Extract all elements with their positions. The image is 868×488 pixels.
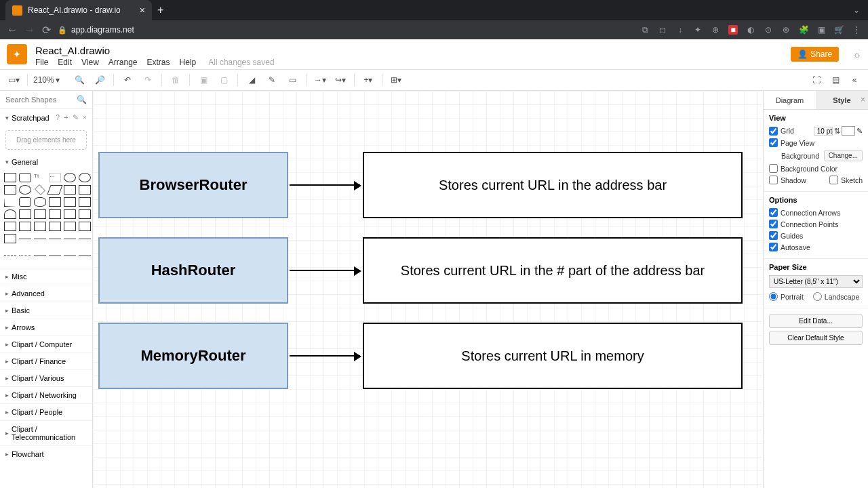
shape-conn[interactable] <box>49 256 61 265</box>
search-shapes[interactable]: 🔍 <box>0 91 92 109</box>
grid-size-input[interactable] <box>814 127 833 136</box>
fullscreen-icon[interactable]: ⛶ <box>808 72 825 88</box>
shape-or[interactable] <box>64 209 76 219</box>
shape-triangle[interactable] <box>4 197 16 207</box>
scratchpad-header[interactable]: ▾ Scratchpad ?+✎× <box>0 109 92 126</box>
shape-and[interactable] <box>79 209 91 219</box>
shape-actor2[interactable] <box>49 222 61 231</box>
cat-arrows[interactable]: ▸Arrows <box>0 319 92 336</box>
cat-clipart-telecom[interactable]: ▸Clipart / Telecommunication <box>0 420 92 445</box>
shape-parallelogram[interactable] <box>47 185 62 195</box>
portrait-radio[interactable] <box>769 292 778 301</box>
shape-square[interactable] <box>4 185 16 195</box>
waypoints-icon[interactable]: ↪▾ <box>332 72 349 88</box>
help-icon[interactable]: ? <box>56 113 60 122</box>
cat-basic[interactable]: ▸Basic <box>0 302 92 319</box>
menu-help[interactable]: Help <box>180 58 197 67</box>
edge-1[interactable] <box>290 184 360 186</box>
line-color-icon[interactable]: ✎ <box>264 72 280 88</box>
menu-file[interactable]: File <box>35 58 48 67</box>
conn-arrows-checkbox[interactable] <box>769 208 778 217</box>
shape-arrow[interactable] <box>34 239 46 248</box>
general-shapes-header[interactable]: ▾ General <box>0 154 92 170</box>
search-input[interactable] <box>5 96 77 104</box>
shape-curve[interactable] <box>49 239 61 248</box>
shape-text[interactable]: Tt <box>34 173 46 182</box>
edit-data-button[interactable]: Edit Data... <box>769 314 863 328</box>
cat-flowchart[interactable]: ▸Flowchart <box>0 445 92 462</box>
shape-line[interactable] <box>19 239 31 248</box>
cat-misc[interactable]: ▸Misc <box>0 268 92 285</box>
shadow-checkbox[interactable] <box>769 176 778 184</box>
connection-icon[interactable]: →▾ <box>312 72 328 88</box>
ext-icon[interactable]: 🛒 <box>834 25 844 35</box>
shape-cylinder[interactable] <box>19 197 31 207</box>
cat-clipart-computer[interactable]: ▸Clipart / Computer <box>0 336 92 352</box>
sidebar-toggle-icon[interactable]: ▭▾ <box>5 72 22 88</box>
shape-conn3[interactable] <box>79 256 91 265</box>
ext-icon[interactable]: ◻ <box>658 25 667 35</box>
shape-data[interactable] <box>4 222 16 231</box>
shape-actor[interactable] <box>4 209 16 219</box>
bg-color-checkbox[interactable] <box>769 164 778 173</box>
menu-edit[interactable]: Edit <box>58 58 72 67</box>
ext-icon[interactable]: ■ <box>728 25 738 35</box>
canvas[interactable]: BrowserRouter Stores current URL in the … <box>93 91 763 488</box>
menu-arrange[interactable]: Arrange <box>108 58 138 67</box>
conn-points-checkbox[interactable] <box>769 220 778 228</box>
shape-link[interactable] <box>34 256 46 265</box>
to-front-icon[interactable]: ▣ <box>195 72 212 88</box>
cat-clipart-various[interactable]: ▸Clipart / Various <box>0 369 92 386</box>
share-button[interactable]: 👤 Share <box>791 47 839 62</box>
shape-hexagon[interactable] <box>64 185 76 195</box>
edge-3[interactable] <box>290 355 360 357</box>
node-hashrouter[interactable]: HashRouter <box>98 237 288 304</box>
ext-icon[interactable]: ⊕ <box>711 25 720 35</box>
shape-circle[interactable] <box>19 185 31 195</box>
shape-rect[interactable] <box>4 173 16 182</box>
landscape-radio[interactable] <box>813 292 822 301</box>
shape-cloud[interactable] <box>34 197 46 207</box>
shape-step2[interactable] <box>34 222 46 231</box>
ext-icon[interactable]: ↓ <box>675 25 685 35</box>
close-tab-icon[interactable]: × <box>140 5 145 16</box>
table-icon[interactable]: ⊞▾ <box>388 72 404 88</box>
shape-callout[interactable] <box>79 197 91 207</box>
guides-checkbox[interactable] <box>769 231 778 240</box>
shape-ellipse[interactable] <box>64 173 76 182</box>
node-hashrouter-desc[interactable]: Stores current URL in the # part of the … <box>363 237 743 304</box>
shape-dot[interactable] <box>19 256 31 265</box>
cat-advanced[interactable]: ▸Advanced <box>0 285 92 302</box>
add-icon[interactable]: + <box>64 113 68 122</box>
fill-color-icon[interactable]: ◢ <box>243 72 260 88</box>
new-tab-button[interactable]: + <box>157 4 163 16</box>
clear-style-button[interactable]: Clear Default Style <box>769 331 863 345</box>
ext-icon[interactable]: ▣ <box>816 25 826 35</box>
shape-diamond[interactable] <box>35 184 45 195</box>
theme-toggle-icon[interactable]: ☼ <box>852 49 861 60</box>
browser-menu-icon[interactable]: ⋮ <box>852 25 861 35</box>
shape-note[interactable] <box>64 197 76 207</box>
to-back-icon[interactable]: ▢ <box>216 72 232 88</box>
menu-view[interactable]: View <box>81 58 99 67</box>
collapse-icon[interactable]: « <box>846 72 863 88</box>
grid-color-swatch[interactable] <box>842 126 855 136</box>
undo-icon[interactable]: ↶ <box>119 72 136 88</box>
redo-icon[interactable]: ↷ <box>140 72 156 88</box>
node-browserrouter[interactable]: BrowserRouter <box>98 152 288 218</box>
shape-ellipse2[interactable] <box>79 173 91 182</box>
shape-card[interactable] <box>49 209 61 219</box>
shape-dir[interactable] <box>64 239 76 248</box>
page-view-checkbox[interactable] <box>769 138 778 147</box>
shape-bi[interactable] <box>79 239 91 248</box>
grid-stepper-icon[interactable]: ⇅ <box>834 127 840 135</box>
ext-icon[interactable]: ◐ <box>746 25 755 35</box>
node-browserrouter-desc[interactable]: Stores current URL in the address bar <box>363 152 743 218</box>
address-bar[interactable]: 🔒 app.diagrams.net <box>58 25 134 35</box>
insert-icon[interactable]: +▾ <box>360 72 376 88</box>
browser-tab[interactable]: React_AI.drawio - draw.io × <box>5 0 152 20</box>
shape-doc[interactable] <box>49 197 61 207</box>
app-logo[interactable]: ✦ <box>7 44 27 64</box>
close-panel-icon[interactable]: × <box>861 95 865 104</box>
node-memoryrouter[interactable]: MemoryRouter <box>98 323 288 389</box>
